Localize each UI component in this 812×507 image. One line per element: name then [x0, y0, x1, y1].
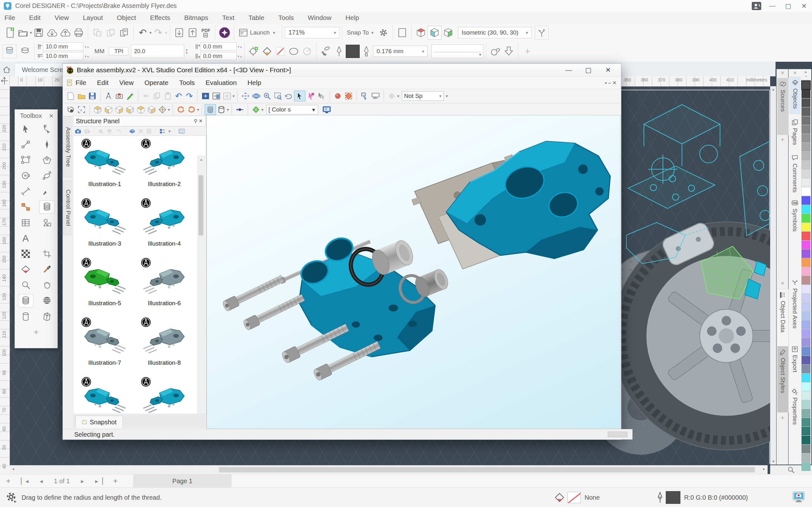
- corel-cloud-icon[interactable]: [218, 26, 231, 39]
- xvl-orbit-icon[interactable]: [251, 91, 262, 101]
- cylinder-tool[interactable]: [18, 310, 33, 323]
- last-page-button[interactable]: ▸▕: [91, 474, 107, 488]
- color-swatch[interactable]: [802, 258, 810, 267]
- color-swatch[interactable]: [802, 427, 810, 435]
- crop-tool[interactable]: [40, 247, 54, 260]
- xvl-material-icon[interactable]: [251, 105, 261, 115]
- xvl-menu-item[interactable]: View: [119, 79, 134, 87]
- xvl-titlebar[interactable]: XVL Brake assembly.xv2 - XVL Studio Core…: [63, 64, 621, 77]
- color-swatch[interactable]: [802, 107, 810, 116]
- new-document-button[interactable]: [3, 26, 16, 39]
- thread-style-icon[interactable]: [3, 44, 16, 58]
- color-swatch[interactable]: [802, 312, 810, 320]
- duplicate-button[interactable]: [104, 26, 117, 39]
- add-docker-icon[interactable]: +: [777, 135, 788, 144]
- line-tool[interactable]: [18, 138, 33, 151]
- illustration-item[interactable]: Illustration-7: [75, 316, 134, 376]
- xvl-view-iso1-icon[interactable]: [92, 105, 103, 115]
- color-swatch[interactable]: [802, 329, 810, 338]
- tab-projected-axes[interactable]: Projected Axes: [790, 277, 800, 338]
- xvl-paste-icon[interactable]: [162, 91, 173, 101]
- import-button[interactable]: [172, 26, 186, 39]
- rectangle-tool[interactable]: [18, 154, 33, 166]
- cube-side-view-icon[interactable]: [442, 26, 455, 39]
- scroll-right-icon[interactable]: ▸: [763, 466, 765, 471]
- pan-tool[interactable]: [40, 279, 54, 291]
- xvl-fit-selection-icon[interactable]: [222, 91, 233, 101]
- xvl-view-front-icon[interactable]: [103, 105, 114, 115]
- xvl-menu-item[interactable]: File: [75, 79, 86, 87]
- tab-export[interactable]: Export: [790, 343, 800, 383]
- xvl-menu-item[interactable]: Evaluation: [206, 79, 237, 87]
- scroll-up-icon[interactable]: ▲: [770, 86, 776, 91]
- menu-item[interactable]: Edit: [29, 14, 41, 21]
- spring-tool[interactable]: [40, 294, 54, 307]
- tab-pages[interactable]: Pages: [790, 117, 800, 151]
- new-3d-view-icon[interactable]: [130, 129, 135, 134]
- smart-fill-tool[interactable]: [18, 263, 33, 276]
- status-gear-icon[interactable]: [5, 491, 17, 504]
- menu-item[interactable]: Tools: [278, 14, 294, 21]
- color-swatch[interactable]: [802, 232, 810, 240]
- apply-snapshot-icon[interactable]: [116, 129, 121, 134]
- cube-front-view-icon[interactable]: [427, 26, 442, 40]
- color-swatch[interactable]: [802, 267, 810, 276]
- text-tool[interactable]: A: [18, 232, 33, 245]
- tab-assembly-tree[interactable]: Assembly Tree: [63, 117, 73, 177]
- scroll-up-icon[interactable]: ▴: [198, 156, 205, 162]
- xvl-cut-icon[interactable]: ✂: [141, 91, 152, 101]
- copy-button[interactable]: [117, 26, 131, 39]
- connector-tool[interactable]: [18, 200, 33, 213]
- display-color-settings-icon[interactable]: [792, 491, 805, 504]
- color-swatch[interactable]: [802, 338, 810, 347]
- offset-top-field[interactable]: 0.0 mm: [200, 43, 237, 51]
- thread-radius-field[interactable]: 10.0 mm: [43, 43, 84, 51]
- xvl-select-part-tool[interactable]: [305, 91, 316, 101]
- add-center-button[interactable]: [247, 45, 260, 58]
- xvl-zoom-icon[interactable]: [262, 91, 272, 101]
- export-cloud-button[interactable]: [59, 26, 72, 39]
- add-frame-icon[interactable]: [84, 129, 90, 134]
- 3d-viewport[interactable]: [206, 115, 620, 429]
- xvl-redo-icon[interactable]: ↷: [184, 91, 195, 101]
- illustration-item[interactable]: Illustration-3: [75, 197, 134, 257]
- xvl-select-multi-tool[interactable]: [316, 91, 327, 101]
- view-mode-dropdown[interactable]: ▾: [168, 129, 171, 133]
- xvl-label-icon[interactable]: abc: [370, 91, 381, 101]
- tpi-toggle[interactable]: TPI: [109, 47, 129, 55]
- tab-comments[interactable]: Comments: [790, 152, 800, 195]
- fill-none-swatch[interactable]: [567, 492, 581, 503]
- add-property-button[interactable]: +: [521, 45, 534, 58]
- color-swatch[interactable]: [802, 400, 810, 409]
- color-swatch[interactable]: [802, 356, 810, 364]
- add-page-button2[interactable]: +: [107, 474, 124, 488]
- color-swatch[interactable]: [802, 276, 810, 285]
- menu-item[interactable]: Help: [345, 14, 359, 21]
- xvl-undo-icon[interactable]: ↶: [173, 91, 184, 101]
- xvl-copy-icon[interactable]: [152, 91, 162, 101]
- color-swatch[interactable]: [802, 302, 810, 311]
- canvas-vertical-scrollbar[interactable]: ▲ ▼: [770, 86, 776, 464]
- zoom-tool[interactable]: [18, 279, 33, 291]
- redo-button[interactable]: ↷: [152, 26, 165, 39]
- first-page-button[interactable]: ▏◂: [16, 474, 33, 488]
- color-swatch[interactable]: [802, 116, 810, 125]
- open-button[interactable]: [16, 26, 30, 39]
- export-button[interactable]: [186, 26, 199, 39]
- add-docker-icon[interactable]: +: [777, 414, 788, 422]
- color-swatch[interactable]: [802, 453, 810, 462]
- illustration-item[interactable]: Illustration-4: [135, 197, 194, 257]
- add-tool-button[interactable]: +: [29, 326, 44, 338]
- color-swatch[interactable]: [802, 365, 810, 373]
- color-swatch[interactable]: [802, 391, 810, 400]
- thread-tool-active[interactable]: [18, 294, 33, 307]
- xvl-pick-part-icon[interactable]: [333, 91, 343, 101]
- menu-item[interactable]: Window: [308, 14, 332, 21]
- illustration-item[interactable]: Illustration-1: [75, 137, 134, 197]
- next-page-button[interactable]: ▸: [74, 474, 91, 488]
- illustration-item[interactable]: Illustration-2: [135, 137, 194, 197]
- xvl-view-left-icon[interactable]: [125, 105, 136, 115]
- detail-list-icon[interactable]: [179, 129, 185, 134]
- xvl-view-right-icon[interactable]: [136, 105, 146, 115]
- xvl-rotate-cw-icon[interactable]: [186, 105, 197, 115]
